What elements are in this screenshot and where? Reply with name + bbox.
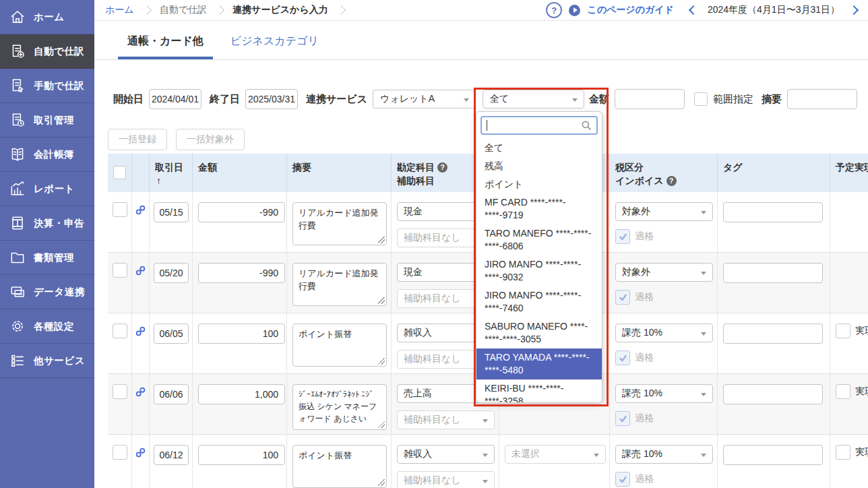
account-filter-select[interactable]: 全て bbox=[483, 90, 584, 109]
sidebar-item-closing[interactable]: 決算・申告 bbox=[0, 206, 94, 241]
realize-checkbox[interactable] bbox=[836, 384, 850, 399]
dropdown-option[interactable]: MF CARD ****-****-****-9719 bbox=[476, 193, 602, 224]
breadcrumb-separator-icon bbox=[336, 5, 346, 15]
breadcrumb-separator-icon bbox=[142, 5, 152, 15]
dropdown-option[interactable]: JIRO MANFO ****-****-****-7460 bbox=[476, 286, 602, 317]
link-icon[interactable] bbox=[135, 448, 146, 458]
memo-textarea[interactable]: リアルカード追加発行費 bbox=[292, 202, 387, 245]
tax-select[interactable]: 対象外 bbox=[615, 263, 713, 282]
end-date-input[interactable]: 2025/03/31 bbox=[245, 89, 298, 109]
date-input[interactable]: 05/20 bbox=[154, 263, 189, 283]
other-services-icon bbox=[9, 352, 26, 369]
dropdown-search-input[interactable] bbox=[480, 116, 598, 135]
amount-input[interactable]: 100 bbox=[198, 324, 285, 344]
tag-input[interactable] bbox=[723, 445, 823, 465]
invoice-checkbox[interactable] bbox=[615, 411, 630, 426]
range-checkbox[interactable] bbox=[694, 92, 708, 106]
sidebar-item-transactions[interactable]: 取引管理 bbox=[0, 103, 94, 138]
sidebar-item-report[interactable]: レポート bbox=[0, 172, 94, 206]
tag-input[interactable] bbox=[723, 384, 823, 404]
topbar-right: ? このページのガイド 2024年度（4月1日〜3月31日） bbox=[546, 2, 857, 18]
date-input[interactable]: 06/12 bbox=[154, 445, 189, 465]
start-date-input[interactable]: 2024/04/01 bbox=[149, 89, 202, 109]
invoice-checkbox[interactable] bbox=[615, 472, 630, 487]
sidebar-item-other-services[interactable]: 他サービス bbox=[0, 344, 94, 378]
breadcrumb-home-link[interactable]: ホーム bbox=[105, 4, 134, 16]
invoice-checkbox[interactable] bbox=[615, 290, 630, 305]
amount-input[interactable]: -990 bbox=[198, 202, 285, 222]
link-icon[interactable] bbox=[135, 326, 146, 336]
memo-filter-input[interactable] bbox=[787, 89, 857, 109]
select-all-checkbox[interactable] bbox=[113, 166, 126, 179]
date-input[interactable]: 05/15 bbox=[154, 202, 189, 222]
account-select[interactable]: 雑収入 bbox=[397, 445, 495, 464]
bulk-register-button[interactable]: 一括登録 bbox=[108, 129, 167, 150]
link-icon[interactable] bbox=[135, 205, 146, 215]
sidebar-item-ledger[interactable]: 会計帳簿 bbox=[0, 138, 94, 172]
bulk-actions: 一括登録 一括対象外 bbox=[108, 129, 245, 150]
amount-input[interactable]: 1,000 bbox=[198, 384, 285, 404]
sort-asc-icon[interactable]: ↑ bbox=[156, 175, 161, 186]
amount-input[interactable]: 100 bbox=[198, 445, 285, 465]
amount-input[interactable]: -990 bbox=[198, 263, 285, 283]
sub-account-select[interactable]: 補助科目なし bbox=[397, 471, 495, 488]
sub-account-select[interactable]: 補助科目なし bbox=[397, 410, 495, 429]
sidebar-item-settings[interactable]: 各種設定 bbox=[0, 309, 94, 344]
sidebar-item-documents[interactable]: 書類管理 bbox=[0, 241, 94, 275]
realize-checkbox[interactable] bbox=[836, 324, 850, 338]
item-select[interactable]: 未選択 bbox=[505, 445, 606, 464]
memo-textarea[interactable]: ｼﾞｰｴﾑｵｰｱｵｿﾞﾗﾈｯﾄ ﾆｼﾞ 振込 シケン マネーフォワード あじさい bbox=[292, 384, 387, 430]
tag-input[interactable] bbox=[723, 263, 823, 283]
invoice-checkbox[interactable] bbox=[615, 350, 630, 365]
dropdown-option-selected[interactable]: TARO YAMADA ****-****-****-5480 bbox=[476, 348, 602, 379]
dropdown-option[interactable]: ポイント bbox=[476, 175, 602, 193]
amount-filter-input[interactable] bbox=[615, 89, 685, 109]
tax-select[interactable]: 課売 10% bbox=[615, 324, 713, 342]
sidebar-item-manual-journal[interactable]: 手動で仕訳 bbox=[0, 69, 94, 103]
row-checkbox[interactable] bbox=[113, 384, 127, 399]
row-checkbox[interactable] bbox=[113, 263, 127, 278]
invoice-help-icon[interactable]: ? bbox=[666, 176, 677, 186]
row-checkbox[interactable] bbox=[113, 445, 127, 460]
memo-textarea[interactable]: ポイント振替 bbox=[292, 445, 387, 488]
dropdown-option[interactable]: 残高 bbox=[476, 157, 602, 175]
guide-play-icon[interactable] bbox=[569, 5, 580, 16]
memo-textarea[interactable]: ポイント振替 bbox=[292, 324, 387, 367]
realize-checkbox[interactable] bbox=[836, 445, 850, 460]
sidebar-item-home[interactable]: ホーム bbox=[0, 0, 94, 34]
tab-business-category[interactable]: ビジネスカテゴリ bbox=[221, 34, 328, 59]
date-input[interactable]: 06/06 bbox=[154, 384, 189, 404]
link-icon[interactable] bbox=[135, 266, 146, 276]
dropdown-option[interactable]: KEIRI-BU ****-****-****-3258 bbox=[476, 379, 602, 403]
next-period-icon[interactable] bbox=[849, 5, 859, 15]
page-guide-link[interactable]: このページのガイド bbox=[587, 4, 674, 16]
dropdown-option[interactable]: JIRO MANFO ****-****-****-9032 bbox=[476, 255, 602, 286]
help-icon[interactable]: ? bbox=[546, 2, 562, 18]
table-row: 06/12 100 ポイント振替 雑収入 補助科目なし 未選択 課売 10% 適… bbox=[108, 435, 868, 488]
tag-input[interactable] bbox=[723, 324, 823, 344]
row-checkbox[interactable] bbox=[113, 324, 127, 338]
memo-textarea[interactable]: リアルカード追加発行費 bbox=[292, 263, 387, 306]
chevron-down-icon bbox=[701, 211, 706, 214]
row-checkbox[interactable] bbox=[113, 202, 127, 217]
sidebar-item-auto-journal[interactable]: 自動で仕訳 bbox=[0, 34, 94, 69]
tax-select[interactable]: 課売 10% bbox=[615, 445, 713, 464]
tax-select[interactable]: 対象外 bbox=[615, 202, 713, 221]
invoice-checkbox[interactable] bbox=[615, 229, 630, 244]
dropdown-option[interactable]: TARO MANEFO ****-****-****-6806 bbox=[476, 224, 602, 255]
tag-input[interactable] bbox=[723, 202, 823, 222]
amount-label: 金額 bbox=[589, 93, 609, 106]
breadcrumb-level2[interactable]: 自動で仕訳 bbox=[160, 4, 207, 16]
linked-service-select[interactable]: ウォレットA bbox=[373, 90, 476, 109]
date-input[interactable]: 06/05 bbox=[154, 324, 189, 344]
prev-period-icon[interactable] bbox=[689, 5, 698, 15]
dropdown-option[interactable]: 全て bbox=[476, 139, 602, 157]
tax-select[interactable]: 課売 10% bbox=[615, 384, 713, 403]
memo-filter-label: 摘要 bbox=[762, 93, 782, 106]
link-icon[interactable] bbox=[135, 387, 146, 397]
bulk-exclude-button[interactable]: 一括対象外 bbox=[176, 129, 245, 150]
sidebar-item-data-link[interactable]: データ連携 bbox=[0, 275, 94, 309]
account-help-icon[interactable]: ? bbox=[437, 162, 447, 173]
tab-passbook-card[interactable]: 通帳・カード他 bbox=[118, 34, 213, 59]
dropdown-option[interactable]: SABURO MANEFO ****-****-****-3055 bbox=[476, 317, 602, 348]
